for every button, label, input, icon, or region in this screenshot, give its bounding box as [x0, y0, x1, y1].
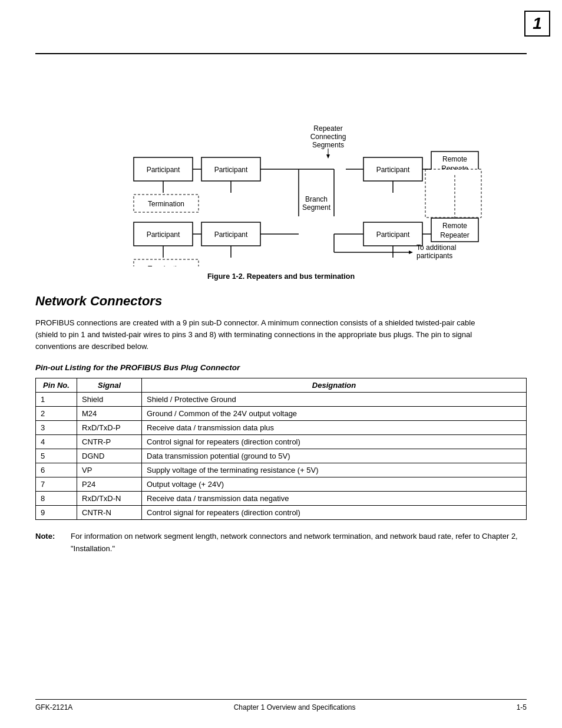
cell-5-1: VP: [77, 463, 142, 477]
table-row: 4CNTR-PControl signal for repeaters (dir…: [36, 435, 527, 449]
diagram-svg: Participant Participant Participant Remo…: [75, 66, 487, 266]
svg-text:Participant: Participant: [214, 230, 248, 239]
col-header-signal: Signal: [77, 378, 142, 393]
cell-2-1: RxD/TxD-P: [77, 421, 142, 435]
cell-7-2: Receive data / transmission data negativ…: [142, 492, 527, 506]
cell-0-0: 1: [36, 393, 77, 407]
cell-2-0: 3: [36, 421, 77, 435]
svg-text:Repeater: Repeater: [440, 231, 469, 239]
cell-4-1: DGND: [77, 449, 142, 463]
table-row: 9CNTR-NControl signal for repeaters (dir…: [36, 506, 527, 520]
note-label: Note:: [35, 531, 65, 554]
note-row: Note: For information on network segment…: [35, 531, 527, 554]
svg-text:Termination: Termination: [148, 265, 184, 266]
page: 1 Participant Participant Participant Re…: [0, 0, 562, 728]
cell-1-0: 2: [36, 407, 77, 421]
body-text: PROFIBUS connections are created with a …: [35, 317, 495, 353]
page-number: 1: [533, 14, 542, 33]
figure-caption-text: Figure 1-2. Repeaters and bus terminatio…: [207, 272, 355, 281]
cell-5-2: Supply voltage of the terminating resist…: [142, 463, 527, 477]
svg-text:Remote: Remote: [442, 155, 467, 163]
cell-6-1: P24: [77, 477, 142, 492]
footer-left: GFK-2121A: [35, 703, 72, 711]
svg-text:Termination: Termination: [148, 200, 184, 208]
cell-8-2: Control signal for repeaters (direction …: [142, 506, 527, 520]
page-footer: GFK-2121A Chapter 1 Overview and Specifi…: [35, 699, 527, 711]
svg-text:To additional: To additional: [416, 243, 456, 252]
svg-text:Participant: Participant: [147, 166, 180, 174]
page-number-box: 1: [524, 11, 550, 37]
svg-marker-20: [326, 154, 330, 159]
sub-heading: Pin-out Listing for the PROFIBUS Bus Plu…: [35, 363, 527, 372]
top-divider: [35, 53, 527, 54]
section-heading: Network Connectors: [35, 294, 527, 309]
note-text: For information on network segment lengt…: [71, 531, 527, 554]
svg-text:Participant: Participant: [214, 166, 248, 174]
col-header-pin: Pin No.: [36, 378, 77, 393]
svg-rect-46: [425, 169, 481, 218]
cell-3-0: 4: [36, 435, 77, 449]
cell-1-2: Ground / Common of the 24V output voltag…: [142, 407, 527, 421]
table-row: 7P24Output voltage (+ 24V): [36, 477, 527, 492]
svg-text:Segment: Segment: [302, 203, 331, 212]
table-row: 2M24Ground / Common of the 24V output vo…: [36, 407, 527, 421]
svg-marker-43: [409, 251, 413, 254]
pin-table: Pin No. Signal Designation 1ShieldShield…: [35, 378, 527, 520]
table-row: 8RxD/TxD-NReceive data / transmission da…: [36, 492, 527, 506]
svg-text:Branch: Branch: [305, 195, 328, 203]
cell-6-0: 7: [36, 477, 77, 492]
cell-0-2: Shield / Protective Ground: [142, 393, 527, 407]
cell-4-2: Data transmission potential (ground to 5…: [142, 449, 527, 463]
svg-text:Participant: Participant: [376, 166, 410, 174]
table-row: 1ShieldShield / Protective Ground: [36, 393, 527, 407]
cell-8-0: 9: [36, 506, 77, 520]
footer-right: 1-5: [517, 703, 527, 711]
table-row: 5DGNDData transmission potential (ground…: [36, 449, 527, 463]
cell-4-0: 5: [36, 449, 77, 463]
cell-7-0: 8: [36, 492, 77, 506]
footer-center: Chapter 1 Overview and Specifications: [234, 703, 356, 711]
table-header-row: Pin No. Signal Designation: [36, 378, 527, 393]
cell-5-0: 6: [36, 463, 77, 477]
svg-text:Remote: Remote: [442, 222, 467, 230]
cell-6-2: Output voltage (+ 24V): [142, 477, 527, 492]
cell-3-2: Control signal for repeaters (direction …: [142, 435, 527, 449]
diagram-container: Participant Participant Participant Remo…: [35, 66, 527, 266]
table-body: 1ShieldShield / Protective Ground2M24Gro…: [36, 393, 527, 520]
table-header: Pin No. Signal Designation: [36, 378, 527, 393]
svg-text:Segments: Segments: [312, 141, 344, 149]
svg-text:participants: participants: [416, 252, 452, 260]
cell-0-1: Shield: [77, 393, 142, 407]
svg-text:Participant: Participant: [147, 230, 180, 239]
cell-3-1: CNTR-P: [77, 435, 142, 449]
table-row: 3RxD/TxD-PReceive data / transmission da…: [36, 421, 527, 435]
svg-text:Connecting: Connecting: [310, 133, 346, 141]
table-row: 6VPSupply voltage of the terminating res…: [36, 463, 527, 477]
cell-2-2: Receive data / transmission data plus: [142, 421, 527, 435]
cell-8-1: CNTR-N: [77, 506, 142, 520]
figure-caption: Figure 1-2. Repeaters and bus terminatio…: [35, 272, 527, 281]
cell-1-1: M24: [77, 407, 142, 421]
svg-text:Repeater: Repeater: [313, 124, 342, 133]
cell-7-1: RxD/TxD-N: [77, 492, 142, 506]
svg-text:Participant: Participant: [376, 230, 410, 239]
col-header-designation: Designation: [142, 378, 527, 393]
